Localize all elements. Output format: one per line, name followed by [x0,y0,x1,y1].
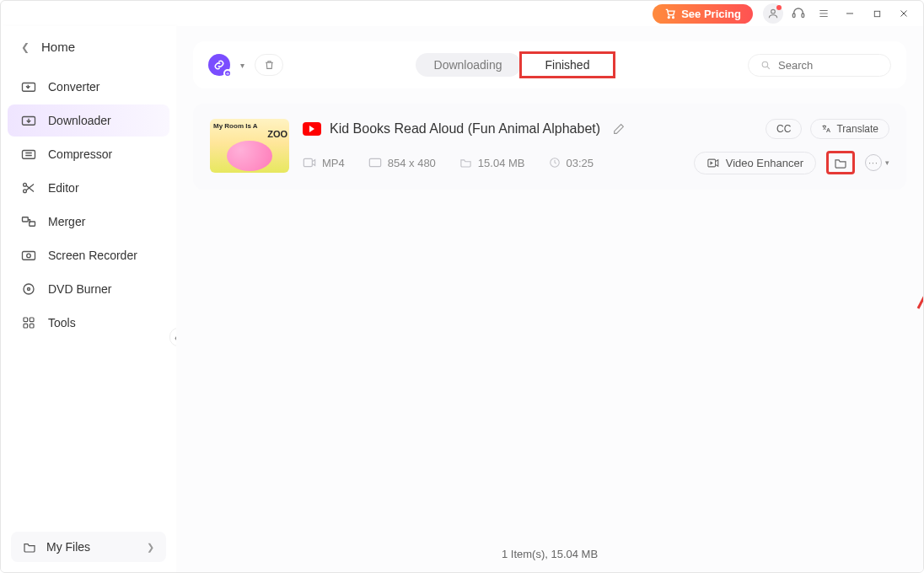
svg-rect-17 [23,217,29,222]
toolbar: + ▾ Downloading Finished [193,41,906,88]
youtube-icon [303,122,321,136]
account-button[interactable] [763,3,783,24]
thumb-text: My Room Is A [213,122,258,130]
merger-icon [21,214,36,229]
status-bar: 1 Item(s), 15.04 MB [193,541,906,565]
converter-icon [21,79,36,94]
see-pricing-label: See Pricing [681,8,741,20]
svg-rect-3 [792,13,795,18]
sidebar-item-dvd-burner[interactable]: DVD Burner [8,273,169,305]
svg-rect-26 [30,324,34,328]
svg-point-1 [673,17,674,19]
svg-rect-24 [30,318,34,322]
main-panel: + ▾ Downloading Finished My Room Is A ZO… [176,26,923,573]
annotation-arrow [910,182,924,317]
edit-title-button[interactable] [612,122,626,136]
chevron-down-icon: ▾ [885,158,889,167]
svg-rect-14 [23,151,35,159]
download-item: My Room Is A ZOO Kid Books Read Aloud (F… [193,104,906,190]
chevron-left-icon: ❮ [21,41,30,53]
status-tabs: Downloading Finished [416,51,616,78]
sidebar-item-label: Editor [48,181,79,195]
my-files-button[interactable]: My Files ❯ [11,532,166,562]
clock-icon [549,157,561,169]
search-input[interactable] [778,59,878,72]
add-link-button[interactable]: + [208,54,230,76]
svg-rect-29 [304,158,312,166]
compressor-icon [21,147,36,162]
sidebar-item-screen-recorder[interactable]: Screen Recorder [8,239,169,271]
support-button[interactable] [788,3,808,24]
maximize-button[interactable] [866,3,888,24]
notification-dot-icon [776,5,782,10]
thumb-text: ZOO [267,129,287,139]
cc-button[interactable]: CC [766,119,802,139]
svg-point-15 [24,183,27,186]
chevron-right-icon: ❯ [147,542,154,553]
sidebar-item-label: Screen Recorder [48,249,137,262]
chevron-down-icon[interactable]: ▾ [240,61,244,70]
sidebar-item-converter[interactable]: Converter [8,71,169,103]
sidebar-item-label: Compressor [48,147,112,161]
sidebar-item-label: Downloader [48,114,111,127]
sidebar-item-editor[interactable]: Editor [8,172,169,204]
sidebar-item-label: Merger [48,215,85,228]
enhancer-icon [706,157,719,169]
translate-button[interactable]: Translate [810,119,889,139]
resolution-meta: 854 x 480 [368,157,436,169]
svg-point-2 [771,9,776,13]
svg-point-27 [762,62,768,67]
tab-finished[interactable]: Finished [519,51,616,78]
tab-downloading[interactable]: Downloading [416,53,521,77]
scissors-icon [21,180,36,195]
format-meta: MP4 [303,157,345,169]
sidebar-item-downloader[interactable]: Downloader [8,104,169,137]
search-icon [760,60,771,71]
titlebar: See Pricing [1,1,923,26]
folder-size-icon [459,158,472,168]
disc-icon [21,281,36,297]
tab-label: Finished [545,58,590,72]
sidebar-item-label: DVD Burner [48,282,111,296]
duration-meta: 03:25 [549,157,594,169]
search-box[interactable] [748,54,891,77]
svg-line-28 [767,67,770,69]
home-button[interactable]: ❮ Home [1,26,176,71]
svg-rect-9 [874,11,879,16]
svg-rect-25 [24,324,28,328]
svg-rect-4 [802,13,804,18]
see-pricing-button[interactable]: See Pricing [653,4,753,24]
delete-button[interactable] [255,54,283,76]
grid-icon [21,315,36,330]
home-label: Home [41,40,75,54]
video-thumbnail[interactable]: My Room Is A ZOO [210,119,289,173]
cart-icon [664,8,676,19]
svg-point-22 [28,288,30,291]
status-summary: 1 Item(s), 15.04 MB [502,548,598,560]
enhancer-label: Video Enhancer [726,157,803,169]
minimize-button[interactable] [839,3,861,24]
close-button[interactable] [893,3,915,24]
downloader-icon [21,113,36,128]
plus-icon: + [223,69,232,78]
video-enhancer-button[interactable]: Video Enhancer [694,152,816,174]
translate-icon [821,124,831,134]
svg-rect-23 [24,318,28,322]
sidebar-item-compressor[interactable]: Compressor [8,138,169,170]
sidebar: ❮ Home Converter Downloader Compressor E… [1,26,176,573]
more-actions-button[interactable]: ··· ▾ [865,154,889,171]
svg-point-16 [24,190,27,193]
recorder-icon [21,248,36,263]
svg-rect-19 [23,252,35,260]
svg-point-0 [669,17,670,19]
my-files-label: My Files [46,540,90,554]
folder-icon [23,541,36,553]
sidebar-item-merger[interactable]: Merger [8,206,169,238]
translate-label: Translate [836,123,878,135]
more-icon: ··· [865,154,882,171]
resolution-icon [368,158,382,168]
sidebar-item-tools[interactable]: Tools [8,307,169,339]
size-meta: 15.04 MB [459,157,525,169]
open-folder-button[interactable] [826,151,855,174]
hamburger-menu-button[interactable] [814,3,834,24]
